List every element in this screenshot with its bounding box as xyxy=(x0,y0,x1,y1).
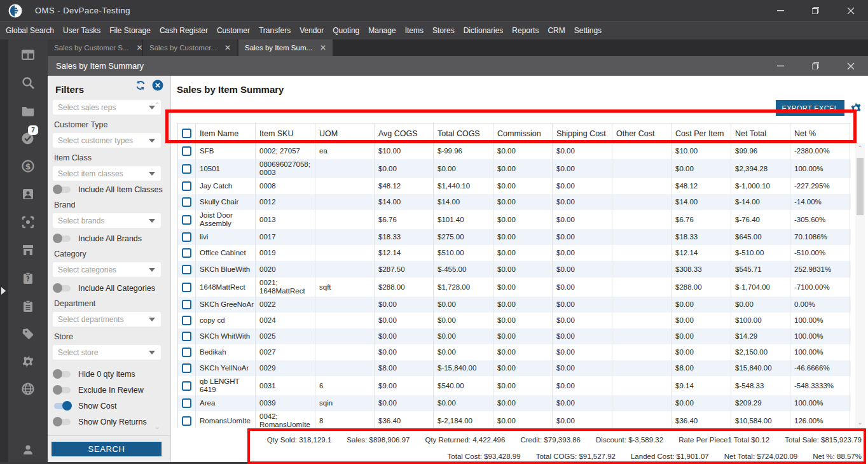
menu-item-items[interactable]: Items xyxy=(401,26,428,35)
filters-refresh-icon[interactable] xyxy=(135,80,146,91)
menu-item-user-tasks[interactable]: User Tasks xyxy=(59,26,105,35)
window-minimize-button[interactable] xyxy=(763,0,798,21)
table-row[interactable]: RomansUomIte0042; RomansUomIte8$36.40$-2… xyxy=(177,411,851,428)
tab-close-icon[interactable]: ✕ xyxy=(320,43,326,52)
filters-close-icon[interactable] xyxy=(152,80,163,91)
menu-item-global-search[interactable]: Global Search xyxy=(1,26,59,35)
menu-item-transfers[interactable]: Transfers xyxy=(254,26,295,35)
filter-select-select-brands[interactable]: Select brands xyxy=(53,213,161,228)
column-header-total-cogs[interactable]: Total COGS xyxy=(434,123,493,143)
menu-item-cash-register[interactable]: Cash Register xyxy=(155,26,212,35)
filters-scroll-up-icon[interactable]: ⌃ xyxy=(153,101,162,109)
sidebar-dollar-icon[interactable]: $ xyxy=(20,158,36,174)
filter-select-select-departments[interactable]: Select departments xyxy=(53,312,161,327)
table-row[interactable]: qb LENGHT 641900316$9.00$540.00$0.00$0.0… xyxy=(177,376,851,395)
menu-item-dictionaries[interactable]: Dictionaries xyxy=(459,26,508,35)
column-header-net-total[interactable]: Net Total xyxy=(731,123,790,143)
column-header-shipping-cost[interactable]: Shipping Cost xyxy=(553,123,612,143)
table-row[interactable]: SKCh GreeNoAr0022$0.00$0.00$0.00$0.00$0.… xyxy=(177,297,851,313)
tab-close-icon[interactable]: ✕ xyxy=(137,43,142,52)
table-row[interactable]: SKCh YellNoAr0029$8.00$-15,840.00$0.00$0… xyxy=(177,360,851,376)
window-close-button[interactable] xyxy=(833,0,868,21)
menu-item-customer[interactable]: Customer xyxy=(212,26,254,35)
menu-item-settings[interactable]: Settings xyxy=(570,26,606,35)
row-checkbox[interactable] xyxy=(182,232,191,242)
sidebar-user-icon[interactable] xyxy=(20,442,36,457)
column-header-other-cost[interactable]: Other Cost xyxy=(612,123,672,143)
row-checkbox[interactable] xyxy=(182,164,191,174)
toggle-show-cost[interactable] xyxy=(54,403,71,409)
table-row[interactable]: Skully Chair0012$14.00$14.00$0.00$0.00$1… xyxy=(177,194,851,210)
table-row[interactable]: 10501080696027058; 0003$0.00$0.00$0.00$0… xyxy=(177,159,851,178)
column-header-item-sku[interactable]: Item SKU xyxy=(256,123,315,143)
sidebar-search-icon[interactable] xyxy=(20,75,36,90)
filter-select-select-categories[interactable]: Select categories xyxy=(53,262,161,277)
table-row[interactable]: Joist Door Assembly0013$6.76$101.40$0.00… xyxy=(177,210,851,229)
select-all-checkbox[interactable] xyxy=(182,129,191,138)
menu-item-crm[interactable]: CRM xyxy=(543,26,569,35)
filter-select-select-item-classes[interactable]: Select item classes xyxy=(53,166,161,181)
sidebar-register-icon[interactable] xyxy=(20,47,36,62)
toggle-exclude-in-review[interactable] xyxy=(54,387,71,393)
menu-item-reports[interactable]: Reports xyxy=(507,26,543,35)
toggle-show-only-returns[interactable] xyxy=(54,419,71,425)
menu-item-stores[interactable]: Stores xyxy=(428,26,459,35)
menu-item-vendor[interactable]: Vendor xyxy=(295,26,328,35)
toggle-hide-0-qty-items[interactable] xyxy=(54,371,71,377)
sidebar-tag-icon[interactable] xyxy=(20,326,36,341)
table-settings-gear-icon[interactable] xyxy=(849,101,863,115)
filter-select-select-customer-types[interactable]: Select customer types xyxy=(53,133,161,148)
menu-item-quoting[interactable]: Quoting xyxy=(328,26,364,35)
tab-2[interactable]: Sales by Customer...✕ xyxy=(143,39,237,56)
sidebar-folder-icon[interactable] xyxy=(20,103,36,118)
row-checkbox[interactable] xyxy=(182,197,191,207)
row-checkbox[interactable] xyxy=(182,316,191,325)
toggle-knob[interactable] xyxy=(53,417,62,426)
toggle-include-all-categories[interactable] xyxy=(54,285,71,292)
column-header-commission[interactable]: Commission xyxy=(493,123,553,143)
toggle-include-all-brands[interactable] xyxy=(54,236,71,242)
toggle-knob[interactable] xyxy=(53,385,62,395)
export-excel-button[interactable]: EXPORT EXCEL xyxy=(776,100,844,116)
sidebar-gear-icon[interactable] xyxy=(20,354,36,369)
row-checkbox[interactable] xyxy=(182,181,191,191)
window-restore-button[interactable] xyxy=(798,0,833,21)
table-vertical-scrollbar[interactable]: ⌃ ⌄ xyxy=(855,143,865,428)
row-checkbox[interactable] xyxy=(182,381,191,391)
tab-close-icon[interactable]: ✕ xyxy=(224,43,231,52)
scrollbar-down-icon[interactable]: ⌄ xyxy=(855,419,865,426)
filter-select-select-store[interactable]: Select store xyxy=(53,345,161,360)
row-checkbox[interactable] xyxy=(182,363,191,373)
sidebar-contact-card-icon[interactable] xyxy=(20,186,36,202)
table-row[interactable]: Area0039sqin$0.00$0.00$0.00$0.00$0.00$20… xyxy=(177,395,851,411)
menu-item-file-storage[interactable]: File Storage xyxy=(105,26,155,35)
sidebar-clipboard-list-icon[interactable] xyxy=(20,299,36,314)
toggle-knob[interactable] xyxy=(53,283,62,293)
table-row[interactable]: copy cd0024$0.00$0.00$0.00$0.00$0.00$100… xyxy=(177,313,851,328)
table-row[interactable]: 1648MattRect0021; 1648MattRectsqft$288.0… xyxy=(177,278,851,297)
filter-select-select-sales-reps[interactable]: Select sales reps xyxy=(53,100,161,115)
toggle-knob[interactable] xyxy=(53,185,62,194)
tab-1[interactable]: Sales by Customer S...✕ xyxy=(48,39,142,56)
tab-3[interactable]: Sales by Item Sum...✕ xyxy=(238,39,333,56)
search-button[interactable]: SEARCH xyxy=(52,442,162,456)
table-row[interactable]: SFB0002; 27057ea$10.00$-99.96$0.00$0.00$… xyxy=(177,143,851,159)
table-row[interactable]: Office Cabinet0019$12.14$510.00$0.00$0.0… xyxy=(177,245,851,261)
document-minimize-button[interactable] xyxy=(763,56,798,76)
sidebar-globe-icon[interactable] xyxy=(20,381,36,397)
table-row[interactable]: Bedikah0027$0.00$0.00$0.00$0.00$0.00$2,1… xyxy=(177,344,851,360)
toggle-include-all-item-classes[interactable] xyxy=(54,186,71,193)
table-row[interactable]: SKCh BlueWith0020$287.50$-455.00$0.00$0.… xyxy=(177,261,851,278)
document-close-button[interactable] xyxy=(833,56,868,76)
row-checkbox[interactable] xyxy=(182,332,191,341)
sidebar-clipboard-question-icon[interactable]: ? xyxy=(20,271,36,286)
row-checkbox[interactable] xyxy=(182,146,191,156)
column-header-net-[interactable]: Net % xyxy=(790,123,850,143)
row-checkbox[interactable] xyxy=(182,283,191,292)
row-checkbox[interactable] xyxy=(182,416,191,426)
scrollbar-thumb[interactable] xyxy=(857,158,864,215)
sidebar-scan-icon[interactable] xyxy=(20,214,36,230)
column-header-avg-cogs[interactable]: Avg COGS xyxy=(375,123,434,143)
sidebar-store-icon[interactable] xyxy=(20,243,36,258)
toggle-knob[interactable] xyxy=(53,234,62,243)
